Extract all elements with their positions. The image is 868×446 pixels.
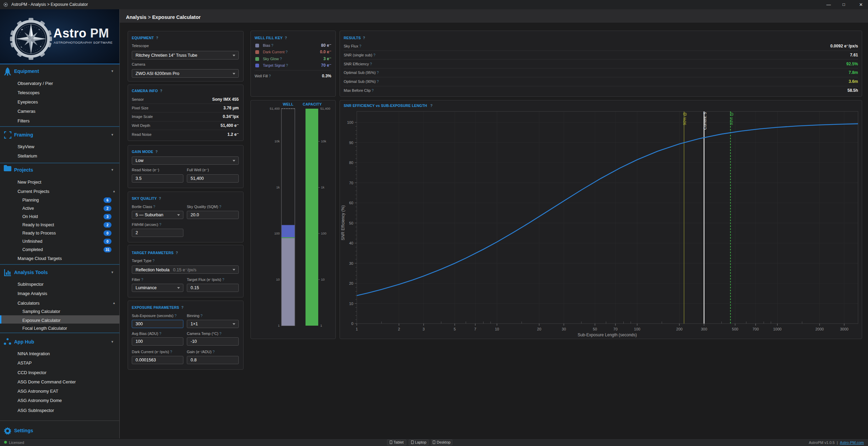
svg-text:95% @: 95% @ xyxy=(729,112,733,125)
svg-text:20: 20 xyxy=(349,281,353,285)
svg-text:40: 40 xyxy=(349,241,353,245)
svg-text:700: 700 xyxy=(752,327,759,331)
svg-text:Current: 5: Current: 5 xyxy=(703,112,707,130)
svg-text:3000: 3000 xyxy=(840,327,848,331)
svg-text:10: 10 xyxy=(349,302,353,306)
svg-text:7: 7 xyxy=(474,327,476,331)
svg-text:100: 100 xyxy=(634,327,640,331)
svg-text:51,400: 51,400 xyxy=(270,107,280,110)
svg-text:70: 70 xyxy=(349,181,353,185)
svg-text:300: 300 xyxy=(701,327,707,331)
svg-text:20: 20 xyxy=(537,327,541,331)
svg-text:90% @: 90% @ xyxy=(683,112,687,125)
svg-text:10k: 10k xyxy=(275,139,280,143)
svg-text:5: 5 xyxy=(454,327,456,331)
svg-text:2000: 2000 xyxy=(815,327,824,331)
svg-text:60: 60 xyxy=(349,201,353,205)
svg-text:0: 0 xyxy=(351,322,353,326)
svg-text:10k: 10k xyxy=(321,139,326,143)
svg-text:100: 100 xyxy=(274,231,280,235)
svg-text:51,400: 51,400 xyxy=(320,107,330,110)
svg-text:10: 10 xyxy=(321,278,325,281)
svg-text:10: 10 xyxy=(276,278,280,281)
svg-text:Sub-Exposure Length (seconds): Sub-Exposure Length (seconds) xyxy=(578,333,637,337)
svg-text:100: 100 xyxy=(347,120,353,124)
svg-text:500: 500 xyxy=(732,327,738,331)
svg-text:80: 80 xyxy=(349,161,353,165)
svg-text:90: 90 xyxy=(349,141,353,145)
svg-text:SNR Efficiency (%): SNR Efficiency (%) xyxy=(341,205,345,240)
svg-text:30: 30 xyxy=(562,327,566,331)
svg-text:50: 50 xyxy=(593,327,597,331)
svg-text:2: 2 xyxy=(398,327,400,331)
svg-text:30: 30 xyxy=(349,261,353,265)
svg-text:1k: 1k xyxy=(276,185,280,189)
svg-text:1000: 1000 xyxy=(773,327,781,331)
svg-text:10: 10 xyxy=(495,327,499,331)
svg-text:200: 200 xyxy=(676,327,683,331)
svg-text:1k: 1k xyxy=(321,185,324,189)
svg-text:70: 70 xyxy=(613,327,618,331)
svg-text:1: 1 xyxy=(320,324,322,327)
svg-text:100: 100 xyxy=(321,231,326,235)
svg-text:1: 1 xyxy=(356,327,358,331)
svg-text:3: 3 xyxy=(422,327,425,331)
svg-text:1: 1 xyxy=(278,324,280,327)
svg-text:50: 50 xyxy=(349,221,353,225)
